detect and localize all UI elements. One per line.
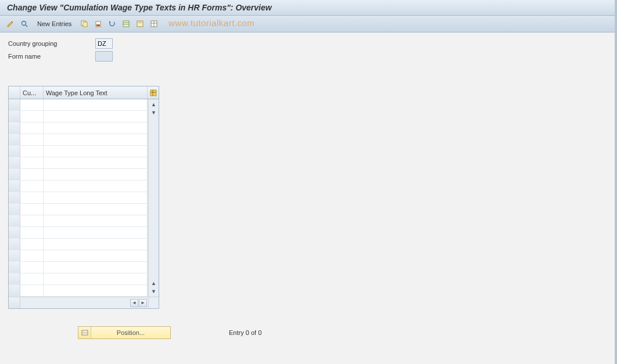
cell-cumulation[interactable] xyxy=(20,239,44,250)
cell-cumulation[interactable] xyxy=(20,215,44,226)
cell-cumulation[interactable] xyxy=(20,169,44,180)
scroll-up-bottom-icon[interactable]: ▲ xyxy=(150,279,158,287)
table-row[interactable] xyxy=(9,204,159,215)
table-row[interactable] xyxy=(9,157,159,169)
vertical-scrollbar[interactable]: ▲ ▼ ▲ ▼ xyxy=(148,99,159,297)
copy-icon[interactable] xyxy=(78,18,90,30)
table-row[interactable] xyxy=(9,262,159,273)
row-selector[interactable] xyxy=(9,192,20,203)
svg-line-1 xyxy=(26,25,27,27)
cell-wagetype[interactable] xyxy=(44,181,147,192)
cell-wagetype[interactable] xyxy=(44,111,147,122)
horizontal-scrollbar[interactable]: ◄ ► xyxy=(20,297,148,308)
row-selector[interactable] xyxy=(9,111,20,122)
grid-configure-icon[interactable] xyxy=(147,87,159,99)
page-title: Change View "Cumulation Wage Type Texts … xyxy=(0,0,617,16)
row-selector[interactable] xyxy=(9,239,20,250)
undo-icon[interactable] xyxy=(106,18,118,30)
cell-cumulation[interactable] xyxy=(20,273,44,284)
cell-cumulation[interactable] xyxy=(20,181,44,192)
table-row[interactable] xyxy=(9,111,159,122)
cell-wagetype[interactable] xyxy=(44,134,147,145)
cell-wagetype[interactable] xyxy=(44,273,147,284)
table-row[interactable] xyxy=(9,273,159,285)
find-icon[interactable] xyxy=(19,18,30,30)
cell-cumulation[interactable] xyxy=(20,192,44,203)
country-grouping-label: Country grouping xyxy=(8,40,95,47)
grid-select-all[interactable] xyxy=(9,87,20,99)
grid-col-wagetype[interactable]: Wage Type Long Text xyxy=(44,87,147,99)
cell-wagetype[interactable] xyxy=(44,239,147,250)
table-row[interactable] xyxy=(9,250,159,262)
table-row[interactable] xyxy=(9,215,159,227)
row-selector[interactable] xyxy=(9,99,20,110)
row-selector[interactable] xyxy=(9,122,20,134)
form-name-input[interactable] xyxy=(95,51,113,62)
row-selector[interactable] xyxy=(9,215,20,226)
table-row[interactable] xyxy=(9,146,159,157)
scroll-right-icon[interactable]: ► xyxy=(139,299,147,307)
row-selector[interactable] xyxy=(9,146,20,157)
row-selector[interactable] xyxy=(9,204,20,215)
cell-wagetype[interactable] xyxy=(44,250,147,261)
row-selector[interactable] xyxy=(9,262,20,273)
table-row[interactable] xyxy=(9,134,159,146)
table-row[interactable] xyxy=(9,239,159,250)
grid-footer-selector[interactable] xyxy=(9,297,20,308)
table-row[interactable] xyxy=(9,192,159,204)
cell-cumulation[interactable] xyxy=(20,99,44,110)
cell-wagetype[interactable] xyxy=(44,99,147,110)
cell-cumulation[interactable] xyxy=(20,262,44,273)
table-settings-icon[interactable] xyxy=(148,18,160,30)
table-row[interactable] xyxy=(9,99,159,111)
cell-cumulation[interactable] xyxy=(20,204,44,215)
change-icon[interactable] xyxy=(5,18,16,30)
cell-wagetype[interactable] xyxy=(44,204,147,215)
cell-wagetype[interactable] xyxy=(44,146,147,157)
svg-rect-6 xyxy=(123,21,129,27)
cell-cumulation[interactable] xyxy=(20,134,44,145)
delete-icon[interactable] xyxy=(92,18,104,30)
grid-header: Cu... Wage Type Long Text xyxy=(9,87,159,99)
cell-cumulation[interactable] xyxy=(20,285,44,296)
select-all-icon[interactable] xyxy=(120,18,132,30)
cell-cumulation[interactable] xyxy=(20,146,44,157)
row-selector[interactable] xyxy=(9,273,20,284)
scroll-down-icon[interactable]: ▼ xyxy=(150,287,158,295)
table-row[interactable] xyxy=(9,169,159,181)
position-label: Position... xyxy=(91,329,170,336)
cell-cumulation[interactable] xyxy=(20,250,44,261)
table-row[interactable] xyxy=(9,122,159,134)
cell-wagetype[interactable] xyxy=(44,285,147,296)
country-grouping-input[interactable] xyxy=(95,38,113,49)
cell-wagetype[interactable] xyxy=(44,215,147,226)
row-selector[interactable] xyxy=(9,181,20,192)
row-selector[interactable] xyxy=(9,285,20,296)
scroll-down-top-icon[interactable]: ▼ xyxy=(150,109,158,117)
cell-cumulation[interactable] xyxy=(20,122,44,134)
row-selector[interactable] xyxy=(9,227,20,238)
row-selector[interactable] xyxy=(9,157,20,168)
new-entries-button[interactable]: New Entries xyxy=(33,19,76,28)
grid-col-cumulation[interactable]: Cu... xyxy=(20,87,44,99)
position-button[interactable]: Position... xyxy=(78,326,171,339)
cell-wagetype[interactable] xyxy=(44,192,147,203)
svg-point-0 xyxy=(22,21,26,26)
cell-wagetype[interactable] xyxy=(44,169,147,180)
cell-cumulation[interactable] xyxy=(20,157,44,168)
cell-cumulation[interactable] xyxy=(20,227,44,238)
save-icon[interactable] xyxy=(134,18,146,30)
scroll-up-icon[interactable]: ▲ xyxy=(150,100,158,109)
cell-wagetype[interactable] xyxy=(44,262,147,273)
row-selector[interactable] xyxy=(9,169,20,180)
cell-wagetype[interactable] xyxy=(44,157,147,168)
cell-cumulation[interactable] xyxy=(20,111,44,122)
table-row[interactable] xyxy=(9,181,159,192)
cell-wagetype[interactable] xyxy=(44,227,147,238)
row-selector[interactable] xyxy=(9,250,20,261)
table-row[interactable] xyxy=(9,227,159,239)
row-selector[interactable] xyxy=(9,134,20,145)
table-row[interactable] xyxy=(9,285,159,297)
cell-wagetype[interactable] xyxy=(44,122,147,134)
scroll-left-icon[interactable]: ◄ xyxy=(130,299,138,307)
